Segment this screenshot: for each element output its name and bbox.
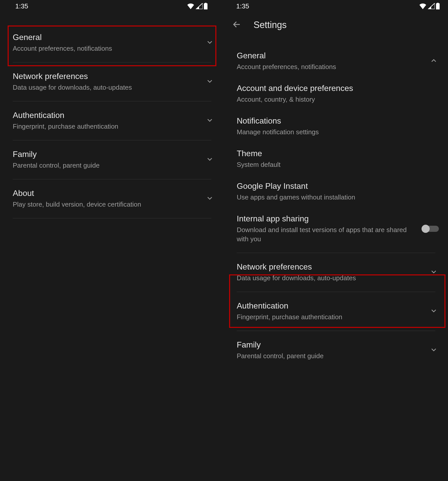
item-title: General: [13, 33, 196, 42]
divider: [13, 218, 211, 218]
item-title: Google Play Instant: [237, 181, 420, 191]
left-pane: 1:35 General Account preferences, notifi…: [0, 0, 224, 481]
chevron-down-icon: [206, 194, 214, 203]
chevron-up-icon: [430, 57, 438, 66]
back-button[interactable]: [230, 18, 243, 32]
item-title: Notifications: [237, 116, 420, 126]
status-time: 1:35: [15, 2, 28, 10]
item-general[interactable]: General Account preferences, notificatio…: [0, 26, 224, 59]
wifi-icon: [419, 3, 427, 9]
item-title: Network preferences: [13, 72, 196, 81]
item-sub: Fingerprint, purchase authentication: [237, 313, 420, 322]
chevron-down-icon: [206, 155, 214, 164]
arrow-back-icon: [232, 20, 241, 29]
right-pane: 1:35 Settings General Account preference…: [224, 0, 448, 481]
chevron-down-icon: [430, 268, 438, 277]
chevron-down-icon: [430, 346, 438, 355]
item-sub: System default: [237, 160, 420, 169]
item-sub: Account, country, & history: [237, 95, 420, 104]
item-sub: Manage notification settings: [237, 128, 420, 137]
item-sub: Use apps and games without installation: [237, 193, 420, 202]
divider: [237, 292, 435, 292]
item-sub: Parental control, parent guide: [237, 352, 420, 360]
divider: [13, 179, 211, 179]
item-family[interactable]: Family Parental control, parent guide: [224, 334, 448, 367]
chevron-down-icon: [430, 307, 438, 316]
toggle-thumb: [422, 225, 430, 233]
item-about[interactable]: About Play store, build version, device …: [0, 182, 224, 215]
status-bar: 1:35: [224, 0, 448, 12]
item-sub: Play store, build version, device certif…: [13, 200, 196, 209]
item-family[interactable]: Family Parental control, parent guide: [0, 143, 224, 176]
settings-list: General Account preferences, notificatio…: [224, 38, 448, 367]
chevron-down-icon: [206, 116, 214, 125]
divider: [237, 253, 435, 253]
item-sub: Data usage for downloads, auto-updates: [237, 274, 420, 283]
item-general[interactable]: General Account preferences, notificatio…: [224, 45, 448, 77]
item-authentication[interactable]: Authentication Fingerprint, purchase aut…: [224, 295, 448, 328]
item-title: Family: [13, 150, 196, 159]
item-internal-app-sharing[interactable]: Internal app sharing Download and instal…: [224, 208, 448, 249]
signal-icon: [195, 3, 203, 9]
item-sub: Parental control, parent guide: [13, 161, 196, 170]
item-network-preferences[interactable]: Network preferences Data usage for downl…: [0, 65, 224, 98]
item-network-preferences[interactable]: Network preferences Data usage for downl…: [224, 256, 448, 289]
chevron-down-icon: [206, 38, 214, 47]
item-notifications[interactable]: Notifications Manage notification settin…: [224, 110, 448, 143]
item-sub: Download and install test versions of ap…: [237, 225, 412, 243]
divider: [13, 140, 211, 140]
item-title: Authentication: [237, 301, 420, 311]
item-sub: Account preferences, notifications: [13, 44, 196, 53]
divider: [13, 62, 211, 62]
item-title: Account and device preferences: [237, 84, 420, 93]
item-account-device-preferences[interactable]: Account and device preferences Account, …: [224, 77, 448, 110]
page-title: Settings: [254, 20, 287, 30]
settings-list: General Account preferences, notificatio…: [0, 12, 224, 218]
status-icons: [187, 3, 208, 9]
item-title: Internal app sharing: [237, 214, 412, 223]
internal-app-sharing-toggle[interactable]: [422, 224, 439, 233]
item-title: Theme: [237, 149, 420, 158]
item-authentication[interactable]: Authentication Fingerprint, purchase aut…: [0, 104, 224, 137]
wifi-icon: [187, 3, 194, 9]
item-google-play-instant[interactable]: Google Play Instant Use apps and games w…: [224, 175, 448, 208]
item-sub: Account preferences, notifications: [237, 62, 420, 71]
item-sub: Data usage for downloads, auto-updates: [13, 83, 196, 92]
divider: [13, 101, 211, 101]
status-bar: 1:35: [0, 0, 224, 12]
app-bar: Settings: [224, 12, 448, 38]
battery-icon: [204, 3, 208, 9]
item-title: Network preferences: [237, 262, 420, 272]
chevron-down-icon: [206, 77, 214, 86]
item-title: About: [13, 189, 196, 198]
status-icons: [419, 3, 440, 9]
item-title: General: [237, 51, 420, 60]
battery-icon: [436, 3, 440, 9]
divider: [237, 331, 435, 331]
item-theme[interactable]: Theme System default: [224, 143, 448, 175]
item-sub: Fingerprint, purchase authentication: [13, 122, 196, 131]
status-time: 1:35: [236, 2, 249, 10]
item-title: Family: [237, 340, 420, 350]
signal-icon: [428, 3, 435, 9]
item-title: Authentication: [13, 111, 196, 120]
